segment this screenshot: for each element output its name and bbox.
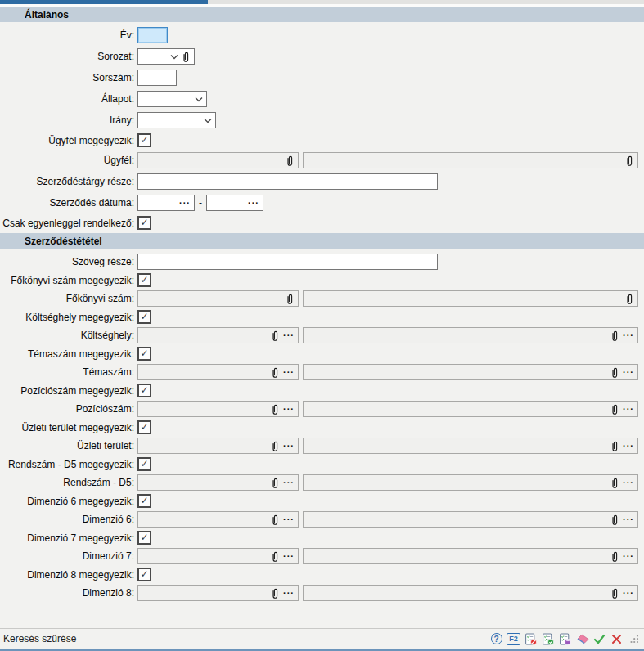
ugyfel-name-field[interactable] [303, 152, 638, 168]
gl-number-name-field[interactable] [303, 290, 638, 307]
filter-list-apply-icon[interactable] [541, 632, 555, 646]
bizarea-name-field[interactable]: ··· [303, 438, 638, 454]
allapot-select[interactable] [137, 91, 207, 107]
paperclip-icon[interactable] [286, 155, 295, 167]
gl-number-code-field[interactable] [137, 290, 299, 307]
lookup-ellipsis-button[interactable]: ··· [283, 368, 295, 376]
costcenter-code-field[interactable]: ··· [137, 327, 299, 343]
dim6-code-field[interactable]: ··· [137, 511, 299, 528]
lookup-ellipsis-button[interactable]: ··· [623, 442, 634, 450]
lookup-ellipsis-button[interactable]: ··· [623, 478, 634, 487]
resize-grip[interactable] [627, 632, 641, 646]
paperclip-icon[interactable] [610, 514, 619, 526]
plate-code-field[interactable]: ··· [137, 474, 299, 491]
paperclip-icon[interactable] [610, 477, 619, 489]
lookup-ellipsis-button[interactable]: ··· [283, 552, 295, 560]
bizarea-match-label: Üzleti terület megegyezik: [0, 422, 137, 433]
contract-date-label: Szerződés dátuma: [0, 197, 137, 209]
row-position-match: Pozíciószám megegyezik: ✓ [0, 384, 644, 397]
paperclip-icon[interactable] [271, 514, 280, 526]
text-part-input[interactable] [137, 254, 438, 270]
dim8-name-field[interactable]: ··· [303, 585, 638, 601]
dim8-match-checkbox[interactable]: ✓ [137, 568, 151, 581]
dim7-code-field[interactable]: ··· [137, 548, 299, 564]
help-icon[interactable]: ? [489, 632, 503, 646]
lookup-ellipsis-button[interactable]: ··· [623, 515, 634, 523]
paperclip-icon[interactable] [271, 587, 280, 599]
ugyfel-match-label: Ügyfél megegyezik: [0, 135, 137, 146]
dim7-name-field[interactable]: ··· [303, 548, 638, 564]
plate-name-field[interactable]: ··· [303, 474, 638, 491]
position-name-field[interactable]: ··· [303, 401, 638, 417]
filter-list-remove-icon[interactable] [524, 632, 538, 646]
filter-list-save-icon[interactable] [558, 632, 572, 646]
dim6-name-field[interactable]: ··· [303, 511, 638, 528]
plate-match-checkbox[interactable]: ✓ [137, 457, 151, 471]
row-ev: Év: [0, 27, 644, 43]
paperclip-icon[interactable] [271, 403, 280, 415]
paperclip-icon[interactable] [610, 550, 619, 563]
paperclip-icon[interactable] [271, 366, 280, 379]
lookup-ellipsis-button[interactable]: ··· [623, 589, 634, 597]
lookup-ellipsis-button[interactable]: ··· [283, 478, 295, 487]
lookup-ellipsis-button[interactable]: ··· [283, 515, 295, 523]
lookup-ellipsis-button[interactable]: ··· [283, 589, 295, 597]
position-code-field[interactable]: ··· [137, 401, 299, 417]
paperclip-icon[interactable] [610, 330, 619, 342]
costcenter-match-checkbox[interactable]: ✓ [137, 310, 151, 324]
dim8-code-field[interactable]: ··· [137, 585, 299, 601]
contract-subject-input[interactable] [137, 173, 438, 190]
lookup-ellipsis-button[interactable]: ··· [283, 405, 295, 413]
date-picker-button[interactable]: ··· [179, 199, 191, 207]
balance-only-checkbox[interactable]: ✓ [137, 216, 151, 230]
f2-shortcut-icon[interactable]: F2 [507, 632, 520, 646]
bizarea-match-checkbox[interactable]: ✓ [137, 420, 151, 434]
date-to-field[interactable]: ··· [206, 195, 263, 211]
paperclip-icon[interactable] [271, 330, 280, 342]
chevron-down-icon[interactable] [170, 54, 178, 60]
paperclip-icon[interactable] [182, 51, 191, 63]
accept-icon[interactable] [592, 632, 606, 646]
dim7-match-checkbox[interactable]: ✓ [137, 531, 151, 545]
chevron-down-icon[interactable] [195, 97, 203, 102]
lookup-ellipsis-button[interactable]: ··· [623, 368, 634, 376]
dim6-match-checkbox[interactable]: ✓ [137, 494, 151, 508]
paperclip-icon[interactable] [271, 440, 280, 452]
sorszam-input[interactable] [137, 70, 177, 86]
paperclip-icon[interactable] [271, 550, 280, 563]
paperclip-icon[interactable] [286, 293, 295, 305]
paperclip-icon[interactable] [625, 155, 634, 167]
text-part-label: Szöveg része: [0, 256, 137, 267]
ugyfel-code-field[interactable] [137, 152, 299, 168]
top-edge [0, 0, 644, 4]
date-picker-button[interactable]: ··· [248, 199, 259, 207]
lookup-ellipsis-button[interactable]: ··· [283, 331, 295, 339]
position-match-checkbox[interactable]: ✓ [137, 384, 151, 397]
paperclip-icon[interactable] [271, 477, 280, 489]
lookup-ellipsis-button[interactable]: ··· [623, 331, 634, 339]
chevron-down-icon[interactable] [204, 118, 212, 123]
costcenter-name-field[interactable]: ··· [303, 327, 638, 343]
ev-label: Év: [0, 29, 137, 41]
ev-input[interactable] [137, 27, 168, 43]
cancel-icon[interactable] [610, 632, 624, 646]
topic-name-field[interactable]: ··· [303, 364, 638, 380]
paperclip-icon[interactable] [610, 403, 619, 415]
gl-match-checkbox[interactable]: ✓ [137, 273, 151, 287]
ugyfel-match-checkbox[interactable]: ✓ [137, 133, 151, 147]
paperclip-icon[interactable] [610, 440, 619, 452]
paperclip-icon[interactable] [610, 587, 619, 599]
sorozat-combo[interactable] [137, 48, 195, 65]
topic-code-field[interactable]: ··· [137, 364, 299, 380]
bizarea-code-field[interactable]: ··· [137, 438, 299, 454]
eraser-icon[interactable] [575, 632, 589, 646]
paperclip-icon[interactable] [610, 366, 619, 379]
paperclip-icon[interactable] [625, 293, 634, 305]
date-from-field[interactable]: ··· [137, 195, 195, 211]
lookup-ellipsis-button[interactable]: ··· [623, 552, 634, 560]
irany-select[interactable] [137, 112, 216, 128]
topic-label: Témaszám: [0, 366, 137, 378]
topic-match-checkbox[interactable]: ✓ [137, 347, 151, 361]
lookup-ellipsis-button[interactable]: ··· [283, 442, 295, 450]
lookup-ellipsis-button[interactable]: ··· [623, 405, 634, 413]
